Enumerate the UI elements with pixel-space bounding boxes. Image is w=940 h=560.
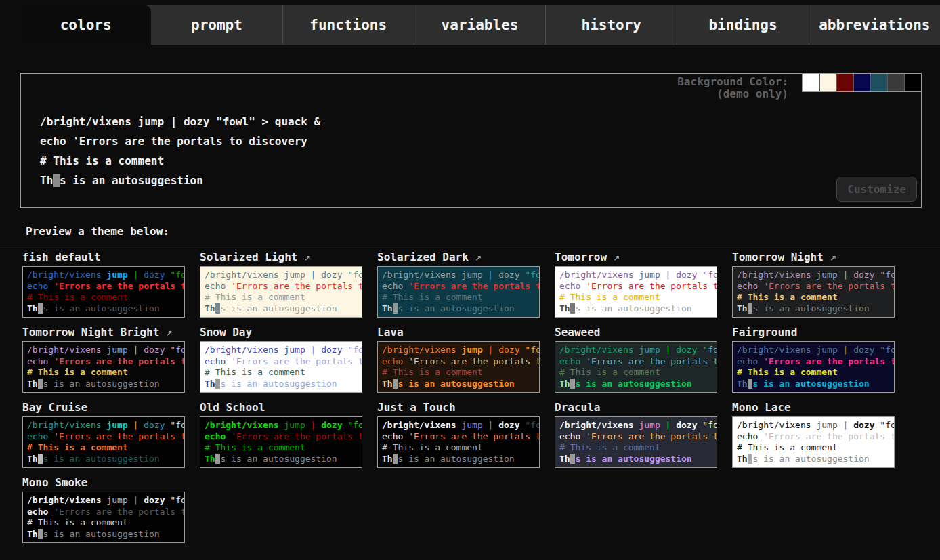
terminal-line: /bright/vixens jump | dozy "fowl" > quac… [205,270,358,281]
theme-title: Just a Touch [377,401,540,414]
theme-card-seaweed[interactable]: /bright/vixens jump | dozy "fowl" > quac… [555,341,717,393]
terminal-line: # This is a comment [382,292,535,303]
text-segment: s is an autosuggestion [575,454,691,464]
text-segment: 'Errors are the portals to discovery [763,356,895,366]
terminal-line: # This is a comment [737,442,890,454]
tab-abbreviations[interactable]: abbreviations [809,5,940,45]
theme-card-fish-default[interactable]: /bright/vixens jump | dozy "fowl" > quac… [22,266,185,318]
text-segment: "fowl" > quack & [170,270,185,280]
theme-card-tomorrow-night-bright[interactable]: /bright/vixens jump | dozy "fowl" > quac… [22,341,185,393]
terminal-line: # This is a comment [205,367,358,379]
background-color-swatch-dark-gray[interactable] [887,74,904,91]
background-color-swatch-black[interactable] [904,74,921,91]
theme-card-fairground[interactable]: /bright/vixens jump | dozy "fowl" > quac… [732,341,895,393]
text-segment: jump [639,420,665,430]
text-segment: "fowl" > quack & [347,420,362,430]
external-link-icon[interactable]: ↗ [298,251,311,263]
text-segment: Th [27,303,38,314]
terminal-line: echo 'Errors are the portals to discover… [559,281,712,293]
text-segment: echo [559,431,586,441]
text-segment: Th [205,454,215,464]
text-segment: s is an autosuggestion [43,303,159,314]
text-segment: Th [737,454,748,464]
external-link-icon[interactable]: ↗ [469,251,482,263]
text-segment: jump [461,270,488,280]
theme-title: Old School [200,401,362,414]
external-link-icon[interactable]: ↗ [607,251,620,263]
text-segment: "fowl" > quack & [525,420,540,430]
text-segment: | [666,345,677,355]
theme-card-mono-smoke[interactable]: /bright/vixens jump | dozy "fowl" > quac… [22,492,185,543]
text-segment: s is an autosuggestion [398,454,514,464]
background-color-swatch-white[interactable] [803,74,819,91]
theme-card-tomorrow-night[interactable]: /bright/vixens jump | dozy "fowl" > quac… [732,266,895,318]
external-link-icon[interactable]: ↗ [159,326,172,339]
background-color-swatch-teal[interactable] [870,74,887,91]
theme-card-snow-day[interactable]: /bright/vixens jump | dozy "fowl" > quac… [200,341,362,393]
theme-title: Lava [377,326,540,339]
terminal-line: This is an autosuggestion [737,454,890,465]
terminal-line: This is an autosuggestion [382,379,535,390]
theme-title: Dracula [555,401,717,414]
text-segment: "fowl" > quack & [525,345,540,355]
text-segment: 'Errors are the portals to discovery [54,431,185,441]
background-color-swatch-cream[interactable] [819,74,836,91]
terminal-line: This is an autosuggestion [737,379,890,390]
tab-colors[interactable]: colors [20,5,151,45]
terminal-line: # This is a comment [559,292,712,303]
background-color-swatch-navy[interactable] [853,74,870,91]
theme-card-solarized-light[interactable]: /bright/vixens jump | dozy "fowl" > quac… [200,266,362,318]
text-segment: dozy [853,420,880,430]
text-segment: | [133,270,144,280]
text-segment: s is an autosuggestion [752,379,869,389]
tab-prompt[interactable]: prompt [151,5,282,45]
text-segment: # This is a comment [27,442,128,452]
terminal-line: /bright/vixens jump | dozy "fowl" > quac… [737,345,890,356]
text-segment: "fowl" > quack & [880,270,895,280]
background-color-label-line2: (demo only) [677,88,788,100]
background-color-swatch-maroon[interactable] [836,74,853,91]
terminal-line: This is an autosuggestion [737,303,890,315]
text-segment: s is an autosuggestion [398,303,514,314]
terminal-line: /bright/vixens jump | dozy "fowl" > quac… [559,420,712,431]
theme-title: Fairground [732,326,895,339]
tab-functions[interactable]: functions [282,5,414,45]
terminal-line: /bright/vixens jump | dozy "fowl" > quac… [205,420,358,431]
terminal-line: # This is a comment [205,292,358,303]
text-segment: echo 'Errors are the portals to discover… [40,135,307,148]
terminal-line: This is an autosuggestion [205,303,358,315]
theme-card-lava[interactable]: /bright/vixens jump | dozy "fowl" > quac… [377,341,540,393]
text-segment: | [488,270,499,280]
text-segment: 'Errors are the portals to discovery [54,356,185,366]
tab-variables[interactable]: variables [414,5,545,45]
theme-card-dracula[interactable]: /bright/vixens jump | dozy "fowl" > quac… [555,416,717,468]
text-segment: 'Errors are the portals to discovery [231,281,362,291]
terminal-line: # This is a comment [205,442,358,454]
terminal-line: This is an autosuggestion [559,303,712,315]
text-segment: | [843,270,854,280]
terminal-line: This is an autosuggestion [40,171,320,190]
external-link-icon[interactable]: ↗ [824,251,836,263]
theme-card-just-a-touch[interactable]: /bright/vixens jump | dozy "fowl" > quac… [377,416,540,468]
text-segment: s is an autosuggestion [43,454,159,464]
theme-card-mono-lace[interactable]: /bright/vixens jump | dozy "fowl" > quac… [732,416,895,468]
theme-card-old-school[interactable]: /bright/vixens jump | dozy "fowl" > quac… [200,416,362,468]
theme-card-solarized-dark[interactable]: /bright/vixens jump | dozy "fowl" > quac… [377,266,540,318]
text-segment: /bright/vixens [205,270,284,280]
terminal-line: /bright/vixens jump | dozy "fowl" > quac… [40,112,320,131]
text-segment: /bright/vixens [737,345,816,355]
tab-bindings[interactable]: bindings [677,5,808,45]
text-segment: echo [205,431,231,441]
text-segment: s is an autosuggestion [43,529,159,539]
theme-card-tomorrow[interactable]: /bright/vixens jump | dozy "fowl" > quac… [555,266,717,318]
text-segment: 'Errors are the portals to discovery [408,431,540,441]
terminal-line: # This is a comment [40,151,320,171]
text-segment: "fowl" > quack & [702,420,717,430]
text-segment: dozy [676,270,702,280]
text-segment: # This is a comment [27,517,128,527]
customize-button[interactable]: Customize [836,177,917,202]
text-segment: Th [382,303,393,314]
terminal-line: echo 'Errors are the portals to discover… [737,356,890,368]
theme-card-bay-cruise[interactable]: /bright/vixens jump | dozy "fowl" > quac… [22,416,185,468]
tab-history[interactable]: history [545,5,677,45]
